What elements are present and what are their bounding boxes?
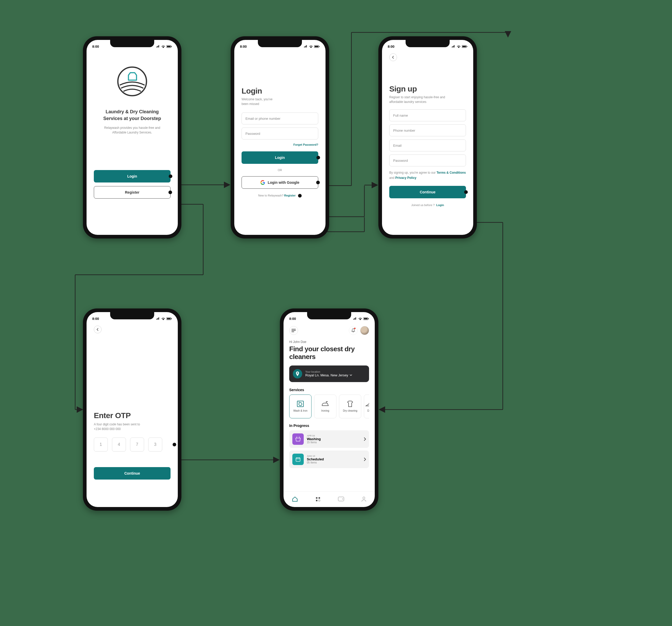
status-time: 8:00 xyxy=(240,45,247,48)
notification-dot xyxy=(354,328,356,329)
menu-button[interactable] xyxy=(289,326,298,335)
order-card-washing[interactable]: APR 04 Washing 15 Items xyxy=(289,430,369,448)
signup-subtitle: Regiser to start enjoying hassle-free an… xyxy=(389,95,457,104)
register-link[interactable]: Register xyxy=(284,194,296,197)
terms-link[interactable]: Terms & Conditions xyxy=(436,171,466,174)
otp-subtitle: A four digit code has been sent to+234 8… xyxy=(94,422,170,431)
calendar-icon xyxy=(295,457,301,462)
status-icons xyxy=(304,45,320,48)
back-button[interactable] xyxy=(389,53,397,61)
hanger-icon xyxy=(365,401,369,407)
svg-rect-24 xyxy=(315,46,318,47)
status-icons xyxy=(156,317,172,320)
email-input[interactable]: Email or phone number xyxy=(242,113,318,124)
order-card-scheduled[interactable]: June 14 Scheduled 05 Items xyxy=(289,451,369,468)
grid-icon xyxy=(315,496,321,502)
svg-point-38 xyxy=(299,402,300,402)
otp-digit-3[interactable]: 7 xyxy=(130,437,144,452)
or-divider: OR xyxy=(242,168,318,172)
status-icons xyxy=(353,317,369,320)
chevron-down-icon xyxy=(350,374,352,376)
notifications-button[interactable] xyxy=(349,326,358,335)
status-time: 8:00 xyxy=(289,317,296,321)
service-wash-iron[interactable]: Wash & Iron xyxy=(289,394,312,418)
otp-screen: 8:00 Enter OTP A four digit code has bee… xyxy=(83,309,182,511)
otp-digit-1[interactable]: 1 xyxy=(94,437,108,452)
page-title: Find your closest dry cleaners xyxy=(289,345,369,361)
svg-point-48 xyxy=(342,499,343,500)
app-logo xyxy=(117,66,148,98)
tab-home[interactable] xyxy=(292,496,298,503)
services-header: Services xyxy=(289,388,369,392)
password-input[interactable]: Password xyxy=(389,154,466,166)
svg-point-37 xyxy=(298,402,299,402)
service-more[interactable]: Da xyxy=(364,394,369,418)
menu-icon xyxy=(292,329,296,332)
inprogress-header: In Progress xyxy=(289,424,369,428)
login-button[interactable]: Login xyxy=(94,170,170,183)
status-time: 8:00 xyxy=(388,45,394,48)
svg-point-36 xyxy=(299,403,302,406)
svg-rect-39 xyxy=(296,458,300,461)
otp-digit-4[interactable]: 3 xyxy=(148,437,162,452)
welcome-screen: 8:00 Laundry & Dry Cleaning Services at … xyxy=(83,36,182,239)
login-submit-button[interactable]: Login xyxy=(242,151,318,164)
location-value: Royal Ln. Mesa. New Jersey xyxy=(305,373,365,377)
consent-text: By signing up, you're agree to our Terms… xyxy=(389,170,466,181)
privacy-link[interactable]: Privacy Policy xyxy=(395,176,416,179)
status-icons xyxy=(156,45,172,48)
forgot-password-link[interactable]: Forget Password? xyxy=(293,143,318,146)
wallet-icon xyxy=(338,497,344,502)
iron-icon xyxy=(321,401,329,407)
svg-rect-21 xyxy=(171,46,172,47)
status-time: 8:00 xyxy=(92,45,99,48)
register-button[interactable]: Register xyxy=(94,186,170,198)
svg-rect-25 xyxy=(319,46,319,47)
tshirt-icon xyxy=(346,401,354,407)
password-input[interactable]: Password xyxy=(242,127,318,140)
home-icon xyxy=(292,496,298,502)
svg-point-43 xyxy=(318,500,320,501)
basket-icon xyxy=(295,436,301,442)
service-dry-cleaning[interactable]: Dry cleaning xyxy=(339,394,361,418)
tab-orders[interactable] xyxy=(338,497,344,503)
svg-rect-34 xyxy=(368,318,369,319)
home-screen: 8:00 Hi John Doe xyxy=(280,309,378,511)
login-subtitle: Welcome back, you'vebeen missed xyxy=(242,97,318,106)
tab-bar xyxy=(284,491,375,507)
login-prompt: Joined us before ? Login xyxy=(389,203,466,207)
back-button[interactable] xyxy=(94,326,102,333)
status-icons xyxy=(452,45,467,48)
svg-rect-28 xyxy=(467,46,467,47)
page-title: Sign up xyxy=(389,85,466,93)
arrow-left-icon xyxy=(391,56,395,59)
tab-services[interactable] xyxy=(315,496,321,503)
services-list: Wash & Iron Ironing Dry cleaning Da xyxy=(289,394,369,418)
location-label: Your location xyxy=(305,370,365,373)
email-input[interactable]: Email xyxy=(389,140,466,151)
svg-rect-30 xyxy=(167,318,170,319)
phone-input[interactable]: Phone number xyxy=(389,124,466,136)
service-ironing[interactable]: Ironing xyxy=(314,394,336,418)
continue-button[interactable]: Continue xyxy=(94,467,170,480)
signup-screen: 8:00 Sign up Regiser to start enjoying h… xyxy=(378,36,477,239)
avatar[interactable] xyxy=(360,326,369,335)
login-google-button[interactable]: Login with Google xyxy=(242,176,318,189)
page-title: Enter OTP xyxy=(94,411,170,420)
continue-button[interactable]: Continue xyxy=(389,186,466,198)
svg-point-49 xyxy=(363,497,365,499)
location-card[interactable]: Your location Royal Ln. Mesa. New Jersey xyxy=(289,365,369,382)
otp-digit-2[interactable]: 4 xyxy=(112,437,126,452)
svg-rect-20 xyxy=(167,46,170,47)
chevron-right-icon xyxy=(364,437,366,441)
register-prompt: New to Relaywash? Register xyxy=(242,194,318,197)
svg-point-22 xyxy=(118,67,146,96)
tab-profile[interactable] xyxy=(361,496,366,503)
login-link[interactable]: Login xyxy=(436,203,444,207)
washer-icon xyxy=(296,401,305,407)
otp-input-row: 1 4 7 3 xyxy=(94,437,170,452)
login-screen: 8:00 Login Welcome back, you'vebeen miss… xyxy=(231,36,329,239)
svg-rect-27 xyxy=(462,46,466,47)
google-icon xyxy=(261,180,265,185)
fullname-input[interactable]: Full name xyxy=(389,110,466,121)
